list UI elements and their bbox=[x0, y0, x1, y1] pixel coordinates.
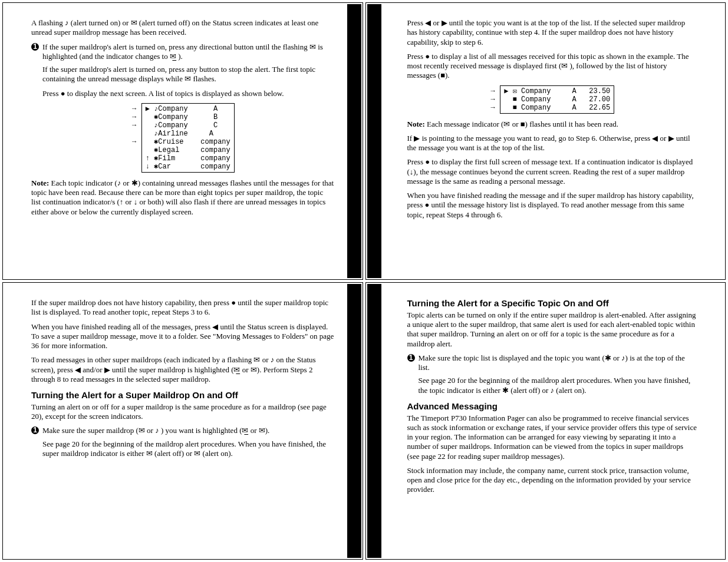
paragraph: A flashing ♪ (alert turned on) or ✉ (ale… bbox=[31, 18, 334, 38]
pointer-arrows: → → → bbox=[489, 85, 496, 114]
section-heading: Turning the Alert for a Specific Topic O… bbox=[407, 298, 697, 309]
step-text: If the super maildrop's alert is turned … bbox=[42, 42, 334, 62]
topic-list-screen: → → → → ▶ ♪Company A ✱Company B ♪Company… bbox=[31, 103, 334, 173]
history-list-screen: → → → ▶ ✉ Company A 23.50 ■ Company A 27… bbox=[407, 85, 697, 114]
paragraph: Press ◀ or ▶ until the topic you want is… bbox=[407, 18, 697, 47]
paragraph: The Timeport P730 Information Pager can … bbox=[407, 414, 697, 461]
binding-strip bbox=[367, 4, 381, 278]
paragraph: Topic alerts can be turned on only if th… bbox=[407, 310, 697, 349]
binding-strip bbox=[347, 4, 361, 278]
paragraph: See page 20 for the beginning of the mai… bbox=[42, 439, 334, 459]
paragraph: When you have finished reading all of th… bbox=[31, 322, 334, 351]
note: Note: Each message indicator (✉ or ■) fl… bbox=[407, 120, 697, 129]
binding-strip bbox=[367, 284, 381, 558]
step-number-icon: 1 bbox=[31, 43, 39, 51]
step-number-icon: 1 bbox=[407, 354, 415, 362]
section-heading: Turning the Alert for a Super Maildrop O… bbox=[31, 390, 334, 401]
manual-spread: A flashing ♪ (alert turned on) or ✉ (ale… bbox=[2, 2, 726, 560]
paragraph: Turning an alert on or off for a super m… bbox=[31, 402, 334, 422]
paragraph: If ▶ is pointing to the message you want… bbox=[407, 134, 697, 153]
page-bottom-right: Turning the Alert for a Specific Topic O… bbox=[365, 282, 726, 560]
paragraph: Press ● to display a list of all message… bbox=[407, 52, 697, 81]
note: Note: Each topic indicator (♪ or ✱) cont… bbox=[31, 178, 334, 217]
pointer-arrows: → → → → bbox=[131, 103, 138, 173]
page-bottom-left: If the super maildrop does not have hist… bbox=[2, 282, 363, 560]
step-1: 1 Make sure the super maildrop (✉ or ♪ )… bbox=[31, 426, 334, 435]
pager-lcd: ▶ ♪Company A ✱Company B ♪Company C ♪Airl… bbox=[141, 103, 235, 173]
step-text: Make sure the super maildrop (✉ or ♪ ) y… bbox=[42, 426, 334, 435]
section-heading: Advanced Messaging bbox=[407, 401, 697, 412]
step-1: 1 If the super maildrop's alert is turne… bbox=[31, 42, 334, 62]
paragraph: To read messages in other super maildrop… bbox=[31, 355, 334, 384]
pager-lcd: ▶ ✉ Company A 23.50 ■ Company A 27.00 ■ … bbox=[500, 85, 614, 114]
paragraph: If the super maildrop does not have hist… bbox=[31, 298, 334, 318]
step-1: 1 Make sure the topic list is displayed … bbox=[407, 353, 697, 373]
paragraph: Stock information may include, the compa… bbox=[407, 466, 697, 495]
page-top-right: Press ◀ or ▶ until the topic you want is… bbox=[365, 2, 726, 280]
step-number-icon: 1 bbox=[31, 427, 39, 434]
page-top-left: A flashing ♪ (alert turned on) or ✉ (ale… bbox=[2, 2, 363, 280]
paragraph: See page 20 for the beginning of the mai… bbox=[419, 376, 697, 395]
step-text: Make sure the topic list is displayed an… bbox=[419, 353, 697, 373]
paragraph: When you have finished reading the messa… bbox=[407, 191, 697, 220]
paragraph: If the super maildrop's alert is turned … bbox=[42, 65, 334, 84]
paragraph: Press ● to display the next screen. A li… bbox=[42, 89, 334, 98]
paragraph: Press ● to display the first full screen… bbox=[407, 157, 697, 186]
binding-strip bbox=[347, 284, 361, 558]
